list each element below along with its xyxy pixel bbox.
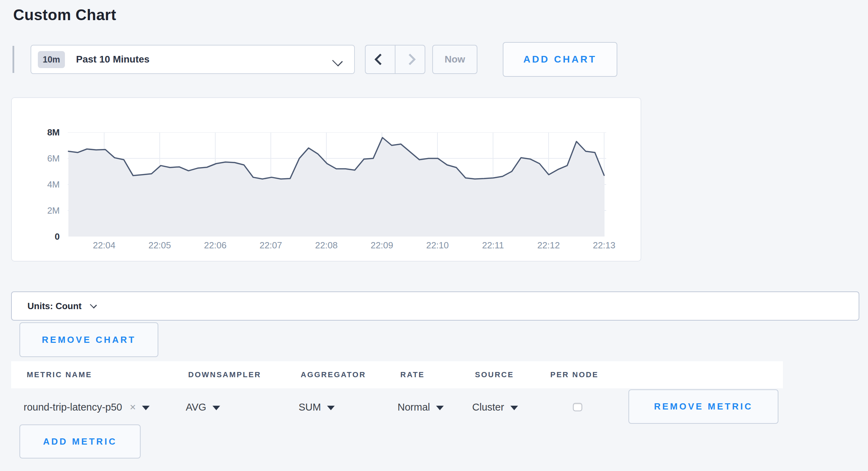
- x-tick-label: 22:13: [580, 240, 628, 251]
- caret-down-icon: [327, 406, 335, 410]
- time-window-badge: 10m: [38, 51, 65, 68]
- units-select-label: Units: Count: [27, 301, 82, 312]
- remove-chart-button[interactable]: REMOVE CHART: [19, 322, 158, 357]
- custom-chart-page: Custom Chart 10m Past 10 Minutes Now ADD…: [0, 0, 868, 471]
- metric-name-value: round-trip-latency-p50: [24, 402, 122, 413]
- metric-row: round-trip-latency-p50 × AVG SUM Normal …: [11, 390, 783, 424]
- x-tick-label: 22:04: [80, 240, 128, 251]
- time-range-select[interactable]: 10m Past 10 Minutes: [31, 45, 355, 74]
- clear-metric-icon[interactable]: ×: [130, 401, 136, 413]
- aggregator-value: SUM: [299, 402, 321, 413]
- source-value: Cluster: [472, 402, 504, 413]
- toolbar-accent-divider: [12, 46, 14, 73]
- metrics-table-header: METRIC NAME DOWNSAMPLER AGGREGATOR RATE …: [11, 361, 783, 388]
- y-tick-label: 8M: [21, 127, 60, 138]
- x-tick-label: 22:05: [135, 240, 184, 251]
- downsampler-select[interactable]: AVG: [186, 390, 220, 424]
- caret-down-icon: [436, 406, 444, 410]
- add-chart-button[interactable]: ADD CHART: [503, 42, 617, 77]
- chevron-down-icon: [332, 56, 343, 67]
- y-tick-label: 4M: [21, 179, 60, 190]
- units-select[interactable]: Units: Count: [11, 291, 859, 321]
- caret-down-icon: [142, 406, 150, 410]
- add-metric-button[interactable]: ADD METRIC: [19, 424, 141, 458]
- rate-value: Normal: [398, 402, 430, 413]
- chevron-left-icon: [374, 53, 386, 65]
- remove-metric-button[interactable]: REMOVE METRIC: [628, 389, 778, 424]
- column-header-downsampler: DOWNSAMPLER: [188, 361, 261, 388]
- chevron-right-icon: [404, 53, 416, 65]
- latency-area-chart[interactable]: [68, 132, 606, 237]
- per-node-checkbox[interactable]: [573, 403, 582, 411]
- chevron-down-icon: [90, 301, 97, 308]
- column-header-metric-name: METRIC NAME: [27, 361, 92, 388]
- y-tick-label: 0: [21, 231, 60, 242]
- downsampler-value: AVG: [186, 402, 206, 413]
- x-tick-label: 22:08: [302, 240, 351, 251]
- caret-down-icon: [212, 406, 220, 410]
- x-tick-label: 22:12: [524, 240, 573, 251]
- column-header-source: SOURCE: [475, 361, 514, 388]
- page-title: Custom Chart: [13, 6, 116, 24]
- column-header-aggregator: AGGREGATOR: [301, 361, 366, 388]
- x-tick-label: 22:07: [247, 240, 295, 251]
- column-header-per-node: PER NODE: [550, 361, 599, 388]
- x-tick-label: 22:06: [191, 240, 240, 251]
- aggregator-select[interactable]: SUM: [299, 390, 335, 424]
- caret-down-icon: [510, 406, 518, 410]
- source-select[interactable]: Cluster: [472, 390, 518, 424]
- column-header-rate: RATE: [400, 361, 425, 388]
- now-button[interactable]: Now: [432, 45, 477, 74]
- y-tick-label: 6M: [21, 153, 60, 164]
- time-window-label: Past 10 Minutes: [76, 54, 150, 65]
- x-tick-label: 22:11: [469, 240, 517, 251]
- next-time-button[interactable]: [395, 46, 425, 73]
- prev-time-button[interactable]: [366, 46, 395, 73]
- metric-name-select[interactable]: round-trip-latency-p50 ×: [24, 390, 150, 424]
- x-tick-label: 22:10: [413, 240, 462, 251]
- y-tick-label: 2M: [21, 205, 60, 216]
- rate-select[interactable]: Normal: [398, 390, 444, 424]
- time-step-buttons: [365, 45, 425, 74]
- x-tick-label: 22:09: [358, 240, 406, 251]
